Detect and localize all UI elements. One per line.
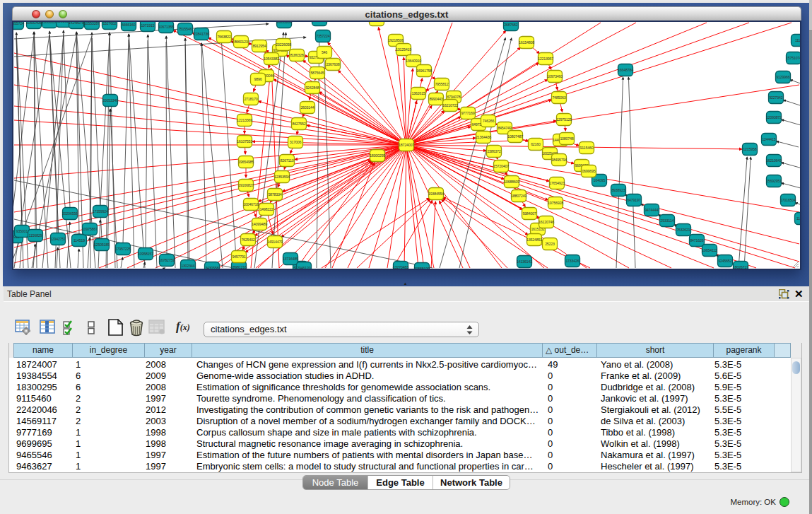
svg-text:5878334: 5878334 [268, 192, 281, 197]
svg-text:9227342: 9227342 [769, 95, 782, 100]
svg-text:18495794: 18495794 [551, 158, 567, 162]
svg-text:18724007: 18724007 [399, 143, 414, 147]
svg-text:164095: 164095 [594, 178, 606, 182]
svg-text:8267110: 8267110 [281, 158, 294, 163]
svg-text:14248078: 14248078 [69, 22, 84, 25]
svg-text:20691406: 20691406 [26, 22, 42, 25]
svg-text:7515546: 7515546 [178, 27, 192, 31]
svg-text:6479197: 6479197 [627, 198, 640, 202]
svg-text:15720407: 15720407 [493, 164, 509, 168]
svg-text:20555120: 20555120 [414, 267, 430, 269]
svg-text:21364436: 21364436 [476, 135, 491, 139]
svg-text:7625402: 7625402 [241, 238, 254, 242]
svg-text:20053346: 20053346 [102, 98, 118, 103]
svg-text:6794078: 6794078 [447, 95, 460, 99]
svg-text:19654985: 19654985 [238, 160, 254, 164]
svg-text:10973493: 10973493 [547, 74, 563, 78]
svg-text:1302344: 1302344 [181, 264, 194, 268]
svg-text:10553287: 10553287 [84, 22, 100, 25]
svg-text:9457791: 9457791 [232, 255, 245, 259]
svg-text:9115460: 9115460 [580, 146, 594, 150]
svg-text:1080748: 1080748 [560, 136, 573, 141]
svg-text:10807487: 10807487 [507, 134, 523, 139]
svg-text:18026717: 18026717 [733, 265, 748, 269]
svg-text:0699695: 0699695 [582, 169, 595, 173]
svg-text:7663822: 7663822 [217, 35, 230, 39]
svg-text:114519: 114519 [73, 238, 85, 243]
svg-text:1071915: 1071915 [141, 23, 154, 28]
svg-text:1733426: 1733426 [565, 259, 579, 263]
svg-text:14136141: 14136141 [517, 259, 532, 264]
svg-text:13270483: 13270483 [393, 265, 408, 269]
svg-text:10975867: 10975867 [82, 227, 98, 231]
svg-text:16210643: 16210643 [766, 158, 782, 163]
svg-text:2718170: 2718170 [244, 97, 257, 101]
svg-text:17359924: 17359924 [93, 209, 108, 214]
svg-text:19166827: 19166827 [238, 183, 254, 187]
svg-text:9245652: 9245652 [718, 259, 731, 263]
svg-text:14914479: 14914479 [267, 240, 283, 244]
svg-text:19756928: 19756928 [548, 201, 563, 205]
svg-text:12505185: 12505185 [94, 243, 110, 247]
svg-text:17016504: 17016504 [780, 198, 796, 202]
svg-text:746266: 746266 [483, 119, 495, 123]
svg-text:16120746: 16120746 [539, 220, 554, 224]
svg-text:1498222: 1498222 [259, 207, 273, 211]
svg-text:2367608: 2367608 [326, 62, 339, 66]
svg-text:1527602: 1527602 [102, 22, 116, 25]
svg-text:12975125: 12975125 [556, 117, 572, 122]
svg-text:8186328: 8186328 [290, 53, 303, 57]
svg-text:16033809: 16033809 [276, 22, 292, 24]
svg-text:1156829: 1156829 [29, 233, 42, 238]
svg-text:10654112: 10654112 [702, 248, 717, 252]
svg-text:15751074: 15751074 [786, 56, 800, 60]
svg-text:9129966: 9129966 [776, 75, 789, 79]
svg-text:18300295: 18300295 [370, 153, 385, 158]
svg-text:18807249: 18807249 [511, 194, 526, 198]
svg-text:16648784: 16648784 [618, 68, 633, 72]
svg-text:8660123: 8660123 [234, 40, 247, 44]
svg-text:9242848: 9242848 [305, 86, 319, 90]
svg-text:10958157: 10958157 [138, 252, 153, 256]
svg-text:6466160: 6466160 [122, 23, 135, 27]
svg-text:17957225: 17957225 [115, 247, 131, 251]
svg-text:1215958: 1215958 [743, 147, 756, 151]
svg-text:1112: 1112 [795, 38, 800, 42]
svg-text:12353594: 12353594 [274, 175, 290, 179]
svg-text:13640910: 13640910 [406, 59, 421, 63]
svg-text:12093872: 12093872 [766, 115, 782, 119]
svg-text:19384554: 19384554 [428, 192, 444, 196]
svg-text:16210722: 16210722 [442, 103, 458, 107]
svg-text:116753: 116753 [796, 216, 800, 221]
svg-text:2386372: 2386372 [487, 149, 500, 153]
svg-text:14099489: 14099489 [252, 222, 267, 226]
svg-text:62160: 62160 [531, 142, 541, 146]
svg-text:1362615: 1362615 [411, 91, 425, 95]
svg-text:16154808: 16154808 [519, 40, 534, 45]
svg-text:18981216: 18981216 [231, 265, 247, 269]
svg-text:17654923: 17654923 [549, 181, 565, 185]
svg-text:8990443: 8990443 [429, 97, 442, 101]
svg-text:9474444: 9474444 [645, 208, 658, 212]
svg-text:5875645: 5875645 [310, 71, 324, 75]
svg-text:7485063: 7485063 [552, 95, 565, 100]
svg-text:15692951: 15692951 [766, 179, 782, 183]
svg-text:8938923: 8938923 [611, 188, 625, 192]
svg-text:16107553: 16107553 [237, 139, 252, 144]
svg-text:7632621: 7632621 [676, 228, 690, 232]
svg-text:10543382: 10543382 [264, 57, 279, 61]
svg-text:10671355: 10671355 [158, 25, 174, 29]
svg-text:22841736: 22841736 [194, 32, 209, 36]
svg-text:12213369: 12213369 [237, 118, 252, 122]
svg-text:2933114: 2933114 [661, 218, 674, 223]
svg-text:10688609: 10688609 [504, 180, 519, 184]
svg-text:9384007: 9384007 [522, 211, 536, 216]
svg-text:935001: 935001 [16, 229, 28, 233]
svg-text:8454749: 8454749 [498, 126, 511, 130]
svg-text:19218506: 19218506 [388, 38, 404, 42]
svg-text:7357224: 7357224 [316, 34, 329, 38]
svg-text:23226058: 23226058 [276, 42, 291, 47]
svg-text:8427552: 8427552 [292, 122, 305, 126]
svg-text:9777169: 9777169 [461, 111, 474, 115]
svg-text:13125419: 13125419 [396, 47, 411, 52]
